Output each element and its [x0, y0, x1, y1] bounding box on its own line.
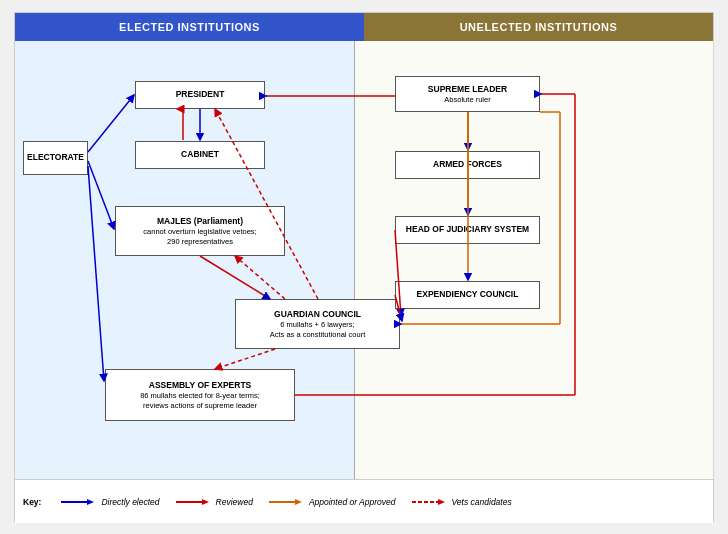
assembly-sub: 86 mullahs elected for 8-year terms; rev…	[140, 391, 260, 411]
majles-box: MAJLES (Parliament) cannot overturn legi…	[115, 206, 285, 256]
key-vets: Vets candidates	[410, 496, 512, 508]
reviewed-arrow-icon	[174, 496, 212, 508]
appointed-arrow-icon	[267, 496, 305, 508]
header-unelected: UNELECTED INSTITUTIONS	[364, 13, 713, 41]
cabinet-box: CABINET	[135, 141, 265, 169]
header-elected: ELECTED INSTITUTIONS	[15, 13, 364, 41]
key-label: Key:	[23, 497, 41, 507]
guardian-box: GUARDIAN COUNCIL 6 mullahs + 6 lawyers; …	[235, 299, 400, 349]
svg-marker-25	[202, 499, 209, 505]
header-row: ELECTED INSTITUTIONS UNELECTED INSTITUTI…	[15, 13, 713, 41]
key-directly-elected: Directly elected	[59, 496, 159, 508]
key-appointed: Appointed or Approved	[267, 496, 396, 508]
diagram-main: ELECTORATE PRESIDENT CABINET MAJLES (Par…	[15, 41, 713, 479]
majles-sub: cannot overturn legislative vetoes; 290 …	[143, 227, 256, 247]
svg-marker-27	[295, 499, 302, 505]
expendiency-box: EXPENDIENCY COUNCIL	[395, 281, 540, 309]
electorate-box: ELECTORATE	[23, 141, 88, 175]
vets-arrow-icon	[410, 496, 448, 508]
judiciary-box: HEAD OF JUDICIARY SYSTEM	[395, 216, 540, 244]
president-box: PRESIDENT	[135, 81, 265, 109]
assembly-box: ASSEMBLY OF EXPERTS 86 mullahs elected f…	[105, 369, 295, 421]
svg-marker-29	[438, 499, 445, 505]
key-row: Key: Directly elected Reviewed Appointed…	[15, 479, 713, 523]
armed-forces-box: ARMED FORCES	[395, 151, 540, 179]
diagram-container: ELECTED INSTITUTIONS UNELECTED INSTITUTI…	[14, 12, 714, 522]
key-reviewed: Reviewed	[174, 496, 253, 508]
directly-elected-arrow-icon	[59, 496, 97, 508]
svg-marker-23	[87, 499, 94, 505]
supreme-leader-box: SUPREME LEADER Absolute ruler	[395, 76, 540, 112]
guardian-sub: 6 mullahs + 6 lawyers; Acts as a constit…	[270, 320, 365, 340]
